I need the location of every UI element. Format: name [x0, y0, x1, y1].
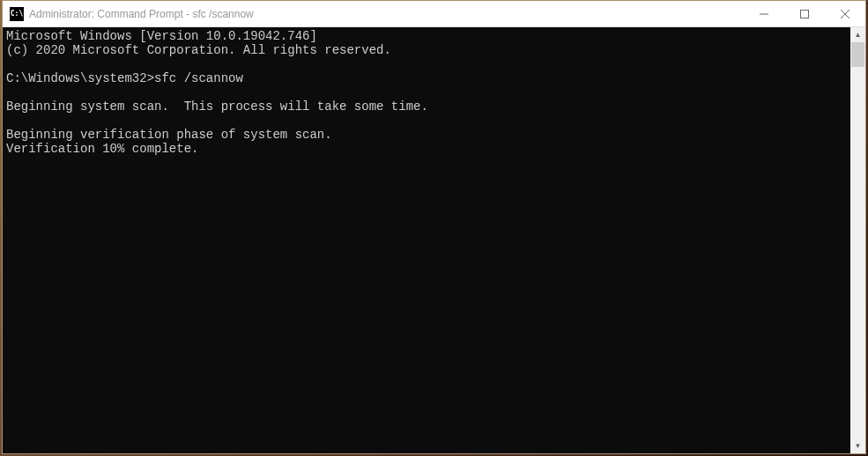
console-area: Microsoft Windows [Version 10.0.19042.74…: [3, 27, 865, 453]
close-button[interactable]: [825, 1, 865, 26]
maximize-button[interactable]: [784, 1, 825, 26]
console-output[interactable]: Microsoft Windows [Version 10.0.19042.74…: [3, 27, 850, 453]
scroll-up-arrow-icon[interactable]: ▲: [850, 27, 865, 42]
command-prompt-window: C:\ Administrator: Command Prompt - sfc …: [2, 0, 866, 454]
vertical-scrollbar[interactable]: ▲ ▼: [850, 27, 865, 453]
window-controls: [744, 1, 865, 26]
svg-rect-1: [801, 10, 809, 18]
minimize-button[interactable]: [744, 1, 784, 26]
titlebar[interactable]: C:\ Administrator: Command Prompt - sfc …: [3, 1, 865, 27]
window-title: Administrator: Command Prompt - sfc /sca…: [29, 8, 744, 20]
scrollbar-thumb[interactable]: [851, 42, 864, 67]
cmd-icon: C:\: [10, 7, 24, 21]
scroll-down-arrow-icon[interactable]: ▼: [850, 438, 865, 453]
